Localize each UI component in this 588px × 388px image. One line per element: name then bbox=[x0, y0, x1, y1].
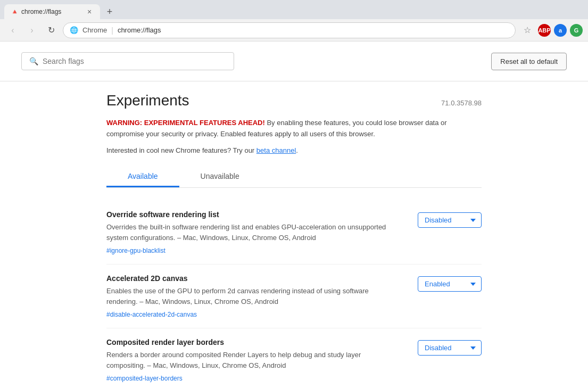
back-button[interactable]: ‹ bbox=[5, 23, 20, 38]
flag-anchor-link[interactable]: #disable-accelerated-2d-canvas bbox=[106, 311, 197, 318]
browser-label: Chrome bbox=[82, 26, 107, 34]
tabs-bar: Available Unavailable bbox=[106, 167, 482, 188]
flag-item: Composited render layer bordersRenders a… bbox=[106, 328, 482, 388]
address-bar[interactable]: 🌐 Chrome | chrome://flags bbox=[63, 22, 516, 38]
account-label: a bbox=[559, 27, 562, 34]
tab-unavailable-label: Unavailable bbox=[201, 172, 239, 180]
beta-paragraph: Interested in cool new Chrome features? … bbox=[106, 145, 482, 156]
flag-anchor-link[interactable]: #ignore-gpu-blacklist bbox=[106, 247, 165, 254]
interested-text: Interested in cool new Chrome features? … bbox=[106, 146, 256, 154]
flag-info: Composited render layer bordersRenders a… bbox=[106, 338, 396, 382]
forward-button[interactable]: › bbox=[24, 23, 39, 38]
flag-info: Override software rendering listOverride… bbox=[106, 210, 396, 254]
address-divider: | bbox=[111, 26, 113, 35]
flag-info: Accelerated 2D canvasEnables the use of … bbox=[106, 274, 396, 318]
refresh-button[interactable]: ↻ bbox=[44, 23, 59, 38]
warning-highlight: WARNING: EXPERIMENTAL FEATURES AHEAD! bbox=[106, 119, 265, 127]
extension-abp[interactable]: ABP bbox=[538, 24, 551, 37]
browser-window: 🔺 chrome://flags × + ‹ › ↻ 🌐 Chrome | ch… bbox=[0, 0, 588, 388]
search-area: 🔍 Reset all to default bbox=[0, 42, 588, 81]
tab-unavailable[interactable]: Unavailable bbox=[179, 167, 261, 187]
abp-label: ABP bbox=[538, 27, 550, 34]
experiments-header: Experiments 71.0.3578.98 bbox=[106, 92, 482, 109]
flag-select[interactable]: DefaultEnabledDisabled bbox=[418, 340, 482, 356]
warning-section: WARNING: EXPERIMENTAL FEATURES AHEAD! By… bbox=[106, 118, 482, 156]
bookmark-button[interactable]: ☆ bbox=[520, 23, 535, 38]
flag-item: Accelerated 2D canvasEnables the use of … bbox=[106, 265, 482, 328]
search-box[interactable]: 🔍 bbox=[21, 52, 234, 70]
flag-control: DefaultEnabledDisabled bbox=[418, 340, 482, 356]
tab-available-label: Available bbox=[128, 172, 158, 180]
page-title: Experiments bbox=[106, 92, 189, 109]
flags-list: Override software rendering listOverride… bbox=[106, 201, 482, 388]
version-label: 71.0.3578.98 bbox=[441, 99, 482, 107]
search-input[interactable] bbox=[43, 57, 226, 65]
new-tab-button[interactable]: + bbox=[102, 4, 117, 19]
site-icon: 🌐 bbox=[70, 26, 78, 34]
tab-favicon: 🔺 bbox=[11, 8, 18, 15]
reset-all-button[interactable]: Reset all to default bbox=[491, 53, 567, 70]
address-url: chrome://flags bbox=[118, 26, 161, 34]
flag-control: DefaultEnabledDisabled bbox=[418, 276, 482, 292]
star-icon: ☆ bbox=[524, 25, 531, 35]
tab-bar: 🔺 chrome://flags × + bbox=[0, 0, 588, 19]
beta-channel-link[interactable]: beta channel bbox=[256, 146, 296, 154]
browser-toolbar: ‹ › ↻ 🌐 Chrome | chrome://flags ☆ ABP a bbox=[0, 19, 588, 42]
flag-description: Renders a border around composited Rende… bbox=[106, 350, 396, 370]
warning-paragraph: WARNING: EXPERIMENTAL FEATURES AHEAD! By… bbox=[106, 118, 482, 140]
page-content: 🔍 Reset all to default Experiments 71.0.… bbox=[0, 42, 588, 388]
flag-anchor-link[interactable]: #composited-layer-borders bbox=[106, 375, 183, 382]
flag-item: Override software rendering listOverride… bbox=[106, 201, 482, 265]
forward-icon: › bbox=[30, 26, 33, 35]
refresh-icon: ↻ bbox=[48, 25, 55, 35]
search-icon: 🔍 bbox=[29, 57, 38, 65]
close-tab-button[interactable]: × bbox=[85, 7, 94, 16]
flag-description: Overrides the built-in software renderin… bbox=[106, 222, 396, 243]
google-label: G bbox=[574, 27, 579, 34]
beta-period: . bbox=[296, 146, 298, 154]
flag-select[interactable]: DefaultEnabledDisabled bbox=[418, 276, 482, 292]
active-tab[interactable]: 🔺 chrome://flags × bbox=[4, 4, 100, 19]
flag-name: Override software rendering list bbox=[106, 210, 396, 219]
flag-name: Composited render layer borders bbox=[106, 338, 396, 346]
flag-description: Enables the use of the GPU to perform 2d… bbox=[106, 286, 396, 307]
flag-name: Accelerated 2D canvas bbox=[106, 274, 396, 283]
toolbar-extensions: ☆ ABP a G bbox=[520, 23, 583, 38]
main-section: Experiments 71.0.3578.98 WARNING: EXPERI… bbox=[0, 81, 588, 388]
flag-select[interactable]: DefaultEnabledDisabled bbox=[418, 212, 482, 228]
back-icon: ‹ bbox=[11, 26, 14, 35]
extension-google[interactable]: G bbox=[570, 24, 583, 37]
tab-available[interactable]: Available bbox=[106, 167, 179, 187]
flag-control: DefaultEnabledDisabled bbox=[418, 212, 482, 228]
tab-title: chrome://flags bbox=[21, 8, 82, 15]
extension-account[interactable]: a bbox=[554, 24, 567, 37]
